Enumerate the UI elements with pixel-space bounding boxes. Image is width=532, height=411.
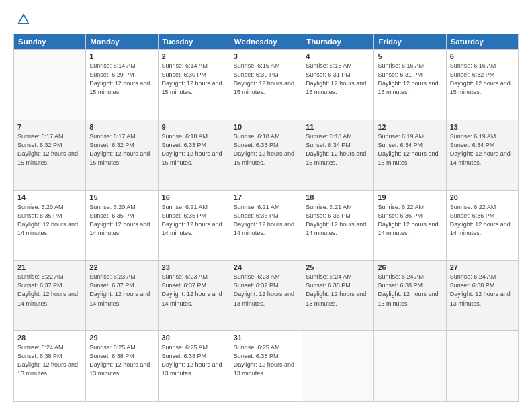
day-info: Sunrise: 6:19 AMSunset: 6:34 PMDaylight:… <box>450 132 515 167</box>
table-row: 3Sunrise: 6:15 AMSunset: 6:30 PMDaylight… <box>230 50 302 120</box>
day-info: Sunrise: 6:18 AMSunset: 6:33 PMDaylight:… <box>162 132 226 167</box>
col-tuesday: Tuesday <box>158 34 230 50</box>
day-info: Sunrise: 6:23 AMSunset: 6:37 PMDaylight:… <box>162 273 226 308</box>
day-number: 26 <box>378 263 442 271</box>
day-number: 5 <box>378 52 442 60</box>
header <box>13 12 519 27</box>
calendar-header-row: Sunday Monday Tuesday Wednesday Thursday… <box>14 34 519 50</box>
table-row: 21Sunrise: 6:22 AMSunset: 6:37 PMDayligh… <box>14 261 86 331</box>
day-number: 2 <box>162 52 226 60</box>
day-info: Sunrise: 6:16 AMSunset: 6:32 PMDaylight:… <box>450 62 515 97</box>
table-row <box>374 331 446 402</box>
day-info: Sunrise: 6:23 AMSunset: 6:37 PMDaylight:… <box>234 273 298 308</box>
table-row: 15Sunrise: 6:20 AMSunset: 6:35 PMDayligh… <box>86 190 158 261</box>
day-number: 28 <box>17 334 82 342</box>
day-number: 6 <box>450 52 515 60</box>
table-row: 13Sunrise: 6:19 AMSunset: 6:34 PMDayligh… <box>446 120 518 190</box>
day-info: Sunrise: 6:17 AMSunset: 6:32 PMDaylight:… <box>89 132 154 167</box>
day-info: Sunrise: 6:18 AMSunset: 6:33 PMDaylight:… <box>234 132 298 167</box>
day-info: Sunrise: 6:22 AMSunset: 6:36 PMDaylight:… <box>450 203 515 238</box>
table-row: 1Sunrise: 6:14 AMSunset: 6:29 PMDaylight… <box>86 50 158 120</box>
table-row: 2Sunrise: 6:14 AMSunset: 6:30 PMDaylight… <box>158 50 230 120</box>
table-row <box>446 331 518 402</box>
table-row: 11Sunrise: 6:18 AMSunset: 6:34 PMDayligh… <box>302 120 374 190</box>
table-row: 25Sunrise: 6:24 AMSunset: 6:38 PMDayligh… <box>302 261 374 331</box>
day-number: 4 <box>306 52 370 60</box>
logo <box>13 12 32 27</box>
col-friday: Friday <box>374 34 446 50</box>
day-info: Sunrise: 6:21 AMSunset: 6:35 PMDaylight:… <box>162 203 226 238</box>
day-number: 19 <box>378 193 442 201</box>
table-row: 28Sunrise: 6:24 AMSunset: 6:38 PMDayligh… <box>14 331 86 402</box>
day-info: Sunrise: 6:23 AMSunset: 6:37 PMDaylight:… <box>89 273 154 308</box>
day-info: Sunrise: 6:18 AMSunset: 6:34 PMDaylight:… <box>306 132 370 167</box>
day-info: Sunrise: 6:24 AMSunset: 6:38 PMDaylight:… <box>17 343 82 378</box>
day-number: 7 <box>17 123 82 131</box>
day-number: 1 <box>89 52 154 60</box>
day-info: Sunrise: 6:22 AMSunset: 6:37 PMDaylight:… <box>17 273 82 308</box>
calendar-week-row: 7Sunrise: 6:17 AMSunset: 6:32 PMDaylight… <box>14 120 519 190</box>
day-number: 25 <box>306 263 370 271</box>
day-number: 14 <box>17 193 82 201</box>
day-number: 8 <box>89 123 154 131</box>
day-info: Sunrise: 6:17 AMSunset: 6:32 PMDaylight:… <box>17 132 82 167</box>
table-row: 4Sunrise: 6:15 AMSunset: 6:31 PMDaylight… <box>302 50 374 120</box>
table-row: 31Sunrise: 6:25 AMSunset: 6:38 PMDayligh… <box>230 331 302 402</box>
day-number: 11 <box>306 123 370 131</box>
day-info: Sunrise: 6:15 AMSunset: 6:31 PMDaylight:… <box>306 62 370 97</box>
day-number: 23 <box>162 263 226 271</box>
day-info: Sunrise: 6:20 AMSunset: 6:35 PMDaylight:… <box>17 203 82 238</box>
table-row: 8Sunrise: 6:17 AMSunset: 6:32 PMDaylight… <box>86 120 158 190</box>
table-row: 26Sunrise: 6:24 AMSunset: 6:38 PMDayligh… <box>374 261 446 331</box>
day-info: Sunrise: 6:21 AMSunset: 6:36 PMDaylight:… <box>234 203 298 238</box>
col-thursday: Thursday <box>302 34 374 50</box>
day-info: Sunrise: 6:25 AMSunset: 6:38 PMDaylight:… <box>234 343 298 378</box>
day-number: 17 <box>234 193 298 201</box>
day-info: Sunrise: 6:24 AMSunset: 6:38 PMDaylight:… <box>378 273 442 308</box>
table-row: 22Sunrise: 6:23 AMSunset: 6:37 PMDayligh… <box>86 261 158 331</box>
table-row: 20Sunrise: 6:22 AMSunset: 6:36 PMDayligh… <box>446 190 518 261</box>
day-info: Sunrise: 6:14 AMSunset: 6:30 PMDaylight:… <box>162 62 226 97</box>
col-sunday: Sunday <box>14 34 86 50</box>
day-number: 30 <box>162 334 226 342</box>
day-number: 12 <box>378 123 442 131</box>
day-info: Sunrise: 6:20 AMSunset: 6:35 PMDaylight:… <box>89 203 154 238</box>
calendar-week-row: 14Sunrise: 6:20 AMSunset: 6:35 PMDayligh… <box>14 190 519 261</box>
table-row: 5Sunrise: 6:16 AMSunset: 6:31 PMDaylight… <box>374 50 446 120</box>
day-info: Sunrise: 6:25 AMSunset: 6:38 PMDaylight:… <box>89 343 154 378</box>
day-number: 24 <box>234 263 298 271</box>
page: Sunday Monday Tuesday Wednesday Thursday… <box>0 0 532 411</box>
day-number: 3 <box>234 52 298 60</box>
day-number: 15 <box>89 193 154 201</box>
day-number: 18 <box>306 193 370 201</box>
day-number: 20 <box>450 193 515 201</box>
day-number: 21 <box>17 263 82 271</box>
calendar-week-row: 28Sunrise: 6:24 AMSunset: 6:38 PMDayligh… <box>14 331 519 402</box>
day-number: 10 <box>234 123 298 131</box>
calendar-week-row: 21Sunrise: 6:22 AMSunset: 6:37 PMDayligh… <box>14 261 519 331</box>
day-info: Sunrise: 6:21 AMSunset: 6:36 PMDaylight:… <box>306 203 370 238</box>
day-info: Sunrise: 6:22 AMSunset: 6:36 PMDaylight:… <box>378 203 442 238</box>
table-row: 23Sunrise: 6:23 AMSunset: 6:37 PMDayligh… <box>158 261 230 331</box>
table-row: 10Sunrise: 6:18 AMSunset: 6:33 PMDayligh… <box>230 120 302 190</box>
table-row <box>14 50 86 120</box>
calendar-table: Sunday Monday Tuesday Wednesday Thursday… <box>13 34 519 402</box>
table-row: 14Sunrise: 6:20 AMSunset: 6:35 PMDayligh… <box>14 190 86 261</box>
day-number: 13 <box>450 123 515 131</box>
day-info: Sunrise: 6:14 AMSunset: 6:29 PMDaylight:… <box>89 62 154 97</box>
day-number: 27 <box>450 263 515 271</box>
day-number: 9 <box>162 123 226 131</box>
table-row: 18Sunrise: 6:21 AMSunset: 6:36 PMDayligh… <box>302 190 374 261</box>
day-info: Sunrise: 6:25 AMSunset: 6:38 PMDaylight:… <box>162 343 226 378</box>
table-row: 12Sunrise: 6:19 AMSunset: 6:34 PMDayligh… <box>374 120 446 190</box>
day-number: 16 <box>162 193 226 201</box>
logo-icon <box>16 12 31 27</box>
table-row: 16Sunrise: 6:21 AMSunset: 6:35 PMDayligh… <box>158 190 230 261</box>
day-number: 22 <box>89 263 154 271</box>
col-saturday: Saturday <box>446 34 518 50</box>
calendar-week-row: 1Sunrise: 6:14 AMSunset: 6:29 PMDaylight… <box>14 50 519 120</box>
day-number: 31 <box>234 334 298 342</box>
table-row: 30Sunrise: 6:25 AMSunset: 6:38 PMDayligh… <box>158 331 230 402</box>
table-row: 27Sunrise: 6:24 AMSunset: 6:38 PMDayligh… <box>446 261 518 331</box>
col-monday: Monday <box>86 34 158 50</box>
